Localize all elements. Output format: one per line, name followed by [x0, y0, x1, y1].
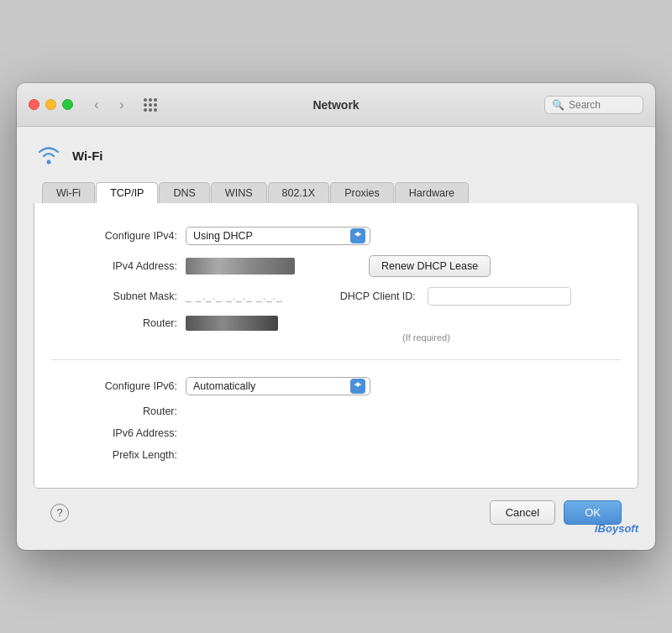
configure-ipv4-control: Using DHCP	[186, 227, 621, 245]
router-value	[186, 316, 278, 331]
configure-ipv4-select[interactable]: Using DHCP	[186, 227, 370, 245]
subnet-mask-value: _ _._._ _._._ _._._	[186, 290, 283, 302]
close-button[interactable]	[29, 99, 39, 110]
minimize-button[interactable]	[45, 99, 56, 110]
tab-wifi[interactable]: Wi-Fi	[42, 182, 95, 203]
renew-dhcp-button[interactable]: Renew DHCP Lease	[369, 255, 491, 277]
configure-ipv4-select-wrapper[interactable]: Using DHCP	[186, 227, 370, 245]
ipv4-address-value	[186, 258, 295, 275]
subnet-mask-row: Subnet Mask: _ _._._ _._._ _._._ DHCP Cl…	[51, 287, 621, 306]
title-bar: ‹ › Network 🔍	[17, 83, 655, 127]
configure-ipv6-select[interactable]: Automatically	[186, 377, 370, 395]
router6-label: Router:	[51, 405, 177, 417]
subnet-mask-label: Subnet Mask:	[51, 290, 177, 302]
prefix-length-row: Prefix Length:	[51, 449, 621, 461]
ipv6-address-row: IPv6 Address:	[51, 427, 621, 439]
router-control: (If required)	[186, 316, 621, 343]
configure-ipv4-label: Configure IPv4:	[51, 230, 177, 242]
tabs-row: Wi-Fi TCP/IP DNS WINS 802.1X Proxies Har…	[42, 182, 638, 203]
watermark: iBoysoft	[595, 522, 638, 535]
forward-button[interactable]: ›	[112, 95, 132, 115]
maximize-button[interactable]	[62, 99, 73, 110]
dhcp-client-id-hint: (If required)	[402, 332, 450, 343]
panel: Configure IPv4: Using DHCP IPv4 Address:…	[34, 203, 638, 489]
tab-wins[interactable]: WINS	[211, 182, 267, 203]
search-icon: 🔍	[552, 99, 564, 111]
help-button[interactable]: ?	[50, 504, 69, 522]
section-divider	[51, 359, 621, 360]
nav-buttons: ‹ ›	[87, 95, 132, 115]
ipv4-address-row: IPv4 Address: Renew DHCP Lease	[51, 255, 621, 277]
configure-ipv4-row: Configure IPv4: Using DHCP	[51, 227, 621, 245]
back-button[interactable]: ‹	[87, 95, 107, 115]
router-label: Router:	[51, 316, 177, 329]
ok-button[interactable]: OK	[564, 500, 622, 525]
ipv4-address-label: IPv4 Address:	[51, 260, 177, 272]
prefix-length-label: Prefix Length:	[51, 449, 177, 461]
bottom-bar: ? Cancel OK	[34, 489, 638, 536]
configure-ipv6-row: Configure IPv6: Automatically	[51, 377, 621, 395]
configure-ipv6-control: Automatically	[186, 377, 621, 395]
app-grid-icon[interactable]	[144, 98, 157, 112]
configure-ipv6-select-wrapper[interactable]: Automatically	[186, 377, 370, 395]
configure-ipv6-label: Configure IPv6:	[51, 380, 177, 392]
router6-row: Router:	[51, 405, 621, 417]
ipv4-address-control: Renew DHCP Lease	[186, 255, 621, 277]
cancel-button[interactable]: Cancel	[490, 500, 555, 525]
wifi-header: Wi-Fi	[34, 140, 638, 170]
svg-point-0	[47, 160, 51, 165]
tab-proxies[interactable]: Proxies	[330, 182, 394, 203]
window-title: Network	[312, 98, 359, 112]
search-input[interactable]	[569, 99, 636, 111]
wifi-icon	[34, 140, 64, 170]
traffic-lights	[29, 99, 73, 110]
bottom-actions: Cancel OK	[490, 500, 622, 525]
ipv6-address-label: IPv6 Address:	[51, 427, 177, 439]
wifi-label: Wi-Fi	[72, 149, 103, 163]
tab-hardware[interactable]: Hardware	[395, 182, 469, 203]
router-row: Router: (If required)	[51, 316, 621, 343]
search-bar[interactable]: 🔍	[544, 96, 643, 114]
subnet-mask-control: _ _._._ _._._ _._._ DHCP Client ID:	[186, 287, 621, 306]
tab-tcpip[interactable]: TCP/IP	[96, 182, 158, 203]
tab-dns[interactable]: DNS	[159, 182, 209, 203]
tab-8021x[interactable]: 802.1X	[268, 182, 330, 203]
dhcp-client-id-input[interactable]	[428, 287, 571, 306]
dhcp-client-id-label: DHCP Client ID:	[340, 290, 416, 302]
